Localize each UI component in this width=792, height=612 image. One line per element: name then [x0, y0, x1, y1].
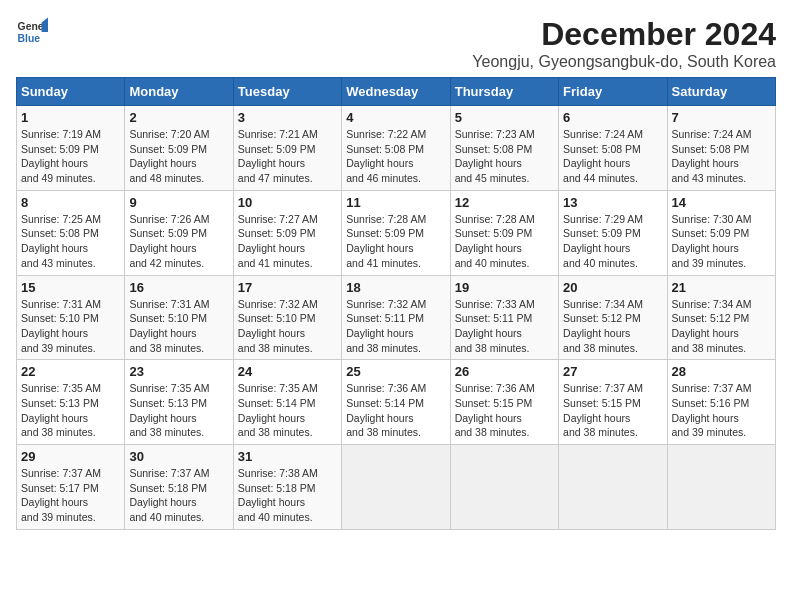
calendar-cell: 18 Sunrise: 7:32 AMSunset: 5:11 PMDaylig…	[342, 275, 450, 360]
day-number: 30	[129, 449, 228, 464]
day-number: 23	[129, 364, 228, 379]
day-number: 24	[238, 364, 337, 379]
day-detail: Sunrise: 7:33 AMSunset: 5:11 PMDaylight …	[455, 298, 535, 354]
day-detail: Sunrise: 7:28 AMSunset: 5:09 PMDaylight …	[346, 213, 426, 269]
calendar-cell: 12 Sunrise: 7:28 AMSunset: 5:09 PMDaylig…	[450, 190, 558, 275]
calendar-week-4: 22 Sunrise: 7:35 AMSunset: 5:13 PMDaylig…	[17, 360, 776, 445]
day-number: 18	[346, 280, 445, 295]
svg-marker-2	[42, 18, 48, 32]
day-detail: Sunrise: 7:30 AMSunset: 5:09 PMDaylight …	[672, 213, 752, 269]
logo-icon: General Blue	[16, 16, 48, 48]
day-detail: Sunrise: 7:20 AMSunset: 5:09 PMDaylight …	[129, 128, 209, 184]
day-number: 6	[563, 110, 662, 125]
day-detail: Sunrise: 7:36 AMSunset: 5:14 PMDaylight …	[346, 382, 426, 438]
calendar-week-5: 29 Sunrise: 7:37 AMSunset: 5:17 PMDaylig…	[17, 445, 776, 530]
weekday-header-monday: Monday	[125, 78, 233, 106]
day-detail: Sunrise: 7:27 AMSunset: 5:09 PMDaylight …	[238, 213, 318, 269]
calendar-cell: 7 Sunrise: 7:24 AMSunset: 5:08 PMDayligh…	[667, 106, 775, 191]
day-detail: Sunrise: 7:36 AMSunset: 5:15 PMDaylight …	[455, 382, 535, 438]
day-detail: Sunrise: 7:32 AMSunset: 5:11 PMDaylight …	[346, 298, 426, 354]
calendar-header: SundayMondayTuesdayWednesdayThursdayFrid…	[17, 78, 776, 106]
calendar-cell: 14 Sunrise: 7:30 AMSunset: 5:09 PMDaylig…	[667, 190, 775, 275]
day-number: 14	[672, 195, 771, 210]
calendar-week-1: 1 Sunrise: 7:19 AMSunset: 5:09 PMDayligh…	[17, 106, 776, 191]
day-number: 11	[346, 195, 445, 210]
day-number: 2	[129, 110, 228, 125]
day-number: 31	[238, 449, 337, 464]
day-detail: Sunrise: 7:23 AMSunset: 5:08 PMDaylight …	[455, 128, 535, 184]
day-number: 26	[455, 364, 554, 379]
day-detail: Sunrise: 7:37 AMSunset: 5:18 PMDaylight …	[129, 467, 209, 523]
day-detail: Sunrise: 7:37 AMSunset: 5:15 PMDaylight …	[563, 382, 643, 438]
day-number: 1	[21, 110, 120, 125]
calendar-cell: 11 Sunrise: 7:28 AMSunset: 5:09 PMDaylig…	[342, 190, 450, 275]
day-number: 15	[21, 280, 120, 295]
day-detail: Sunrise: 7:19 AMSunset: 5:09 PMDaylight …	[21, 128, 101, 184]
weekday-header-row: SundayMondayTuesdayWednesdayThursdayFrid…	[17, 78, 776, 106]
calendar-cell: 24 Sunrise: 7:35 AMSunset: 5:14 PMDaylig…	[233, 360, 341, 445]
day-detail: Sunrise: 7:34 AMSunset: 5:12 PMDaylight …	[563, 298, 643, 354]
month-year-title: December 2024	[472, 16, 776, 53]
weekday-header-wednesday: Wednesday	[342, 78, 450, 106]
calendar-cell: 19 Sunrise: 7:33 AMSunset: 5:11 PMDaylig…	[450, 275, 558, 360]
calendar-cell: 6 Sunrise: 7:24 AMSunset: 5:08 PMDayligh…	[559, 106, 667, 191]
calendar-cell: 31 Sunrise: 7:38 AMSunset: 5:18 PMDaylig…	[233, 445, 341, 530]
day-number: 16	[129, 280, 228, 295]
day-detail: Sunrise: 7:34 AMSunset: 5:12 PMDaylight …	[672, 298, 752, 354]
day-number: 21	[672, 280, 771, 295]
calendar-cell: 17 Sunrise: 7:32 AMSunset: 5:10 PMDaylig…	[233, 275, 341, 360]
calendar-cell: 29 Sunrise: 7:37 AMSunset: 5:17 PMDaylig…	[17, 445, 125, 530]
day-detail: Sunrise: 7:24 AMSunset: 5:08 PMDaylight …	[672, 128, 752, 184]
day-number: 3	[238, 110, 337, 125]
calendar-cell: 30 Sunrise: 7:37 AMSunset: 5:18 PMDaylig…	[125, 445, 233, 530]
calendar-cell	[667, 445, 775, 530]
day-number: 19	[455, 280, 554, 295]
day-number: 5	[455, 110, 554, 125]
day-detail: Sunrise: 7:38 AMSunset: 5:18 PMDaylight …	[238, 467, 318, 523]
day-detail: Sunrise: 7:21 AMSunset: 5:09 PMDaylight …	[238, 128, 318, 184]
weekday-header-friday: Friday	[559, 78, 667, 106]
location-subtitle: Yeongju, Gyeongsangbuk-do, South Korea	[472, 53, 776, 71]
day-number: 8	[21, 195, 120, 210]
calendar-cell: 10 Sunrise: 7:27 AMSunset: 5:09 PMDaylig…	[233, 190, 341, 275]
day-number: 10	[238, 195, 337, 210]
day-number: 17	[238, 280, 337, 295]
calendar-cell: 5 Sunrise: 7:23 AMSunset: 5:08 PMDayligh…	[450, 106, 558, 191]
calendar-table: SundayMondayTuesdayWednesdayThursdayFrid…	[16, 77, 776, 530]
weekday-header-tuesday: Tuesday	[233, 78, 341, 106]
calendar-cell: 22 Sunrise: 7:35 AMSunset: 5:13 PMDaylig…	[17, 360, 125, 445]
calendar-body: 1 Sunrise: 7:19 AMSunset: 5:09 PMDayligh…	[17, 106, 776, 530]
calendar-cell: 4 Sunrise: 7:22 AMSunset: 5:08 PMDayligh…	[342, 106, 450, 191]
day-detail: Sunrise: 7:31 AMSunset: 5:10 PMDaylight …	[129, 298, 209, 354]
calendar-cell: 26 Sunrise: 7:36 AMSunset: 5:15 PMDaylig…	[450, 360, 558, 445]
weekday-header-sunday: Sunday	[17, 78, 125, 106]
calendar-cell: 28 Sunrise: 7:37 AMSunset: 5:16 PMDaylig…	[667, 360, 775, 445]
day-number: 4	[346, 110, 445, 125]
calendar-cell: 3 Sunrise: 7:21 AMSunset: 5:09 PMDayligh…	[233, 106, 341, 191]
day-detail: Sunrise: 7:35 AMSunset: 5:14 PMDaylight …	[238, 382, 318, 438]
day-number: 27	[563, 364, 662, 379]
day-detail: Sunrise: 7:31 AMSunset: 5:10 PMDaylight …	[21, 298, 101, 354]
calendar-cell: 9 Sunrise: 7:26 AMSunset: 5:09 PMDayligh…	[125, 190, 233, 275]
calendar-cell	[342, 445, 450, 530]
svg-text:Blue: Blue	[18, 33, 41, 44]
weekday-header-saturday: Saturday	[667, 78, 775, 106]
day-number: 28	[672, 364, 771, 379]
calendar-cell: 1 Sunrise: 7:19 AMSunset: 5:09 PMDayligh…	[17, 106, 125, 191]
day-detail: Sunrise: 7:35 AMSunset: 5:13 PMDaylight …	[21, 382, 101, 438]
day-detail: Sunrise: 7:29 AMSunset: 5:09 PMDaylight …	[563, 213, 643, 269]
day-number: 9	[129, 195, 228, 210]
calendar-cell: 21 Sunrise: 7:34 AMSunset: 5:12 PMDaylig…	[667, 275, 775, 360]
calendar-cell: 15 Sunrise: 7:31 AMSunset: 5:10 PMDaylig…	[17, 275, 125, 360]
day-number: 29	[21, 449, 120, 464]
day-number: 22	[21, 364, 120, 379]
calendar-cell: 8 Sunrise: 7:25 AMSunset: 5:08 PMDayligh…	[17, 190, 125, 275]
weekday-header-thursday: Thursday	[450, 78, 558, 106]
day-detail: Sunrise: 7:35 AMSunset: 5:13 PMDaylight …	[129, 382, 209, 438]
day-detail: Sunrise: 7:32 AMSunset: 5:10 PMDaylight …	[238, 298, 318, 354]
calendar-cell	[559, 445, 667, 530]
calendar-cell: 27 Sunrise: 7:37 AMSunset: 5:15 PMDaylig…	[559, 360, 667, 445]
calendar-cell: 16 Sunrise: 7:31 AMSunset: 5:10 PMDaylig…	[125, 275, 233, 360]
day-number: 13	[563, 195, 662, 210]
day-number: 7	[672, 110, 771, 125]
